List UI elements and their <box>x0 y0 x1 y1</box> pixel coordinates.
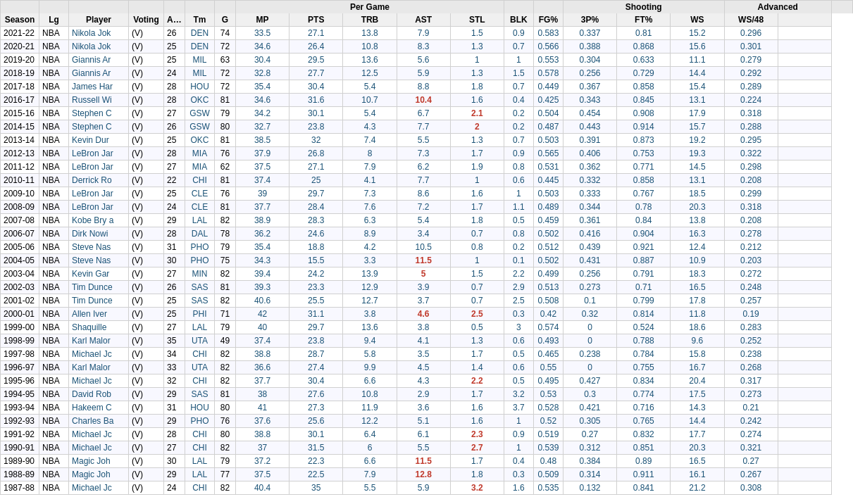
table-cell: 0.493 <box>533 334 563 348</box>
table-cell: 13.1 <box>671 94 724 107</box>
table-body: 2021-22NBANikola Jok(V)26DEN7433.527.113… <box>1 27 853 495</box>
table-cell: 1989-90 <box>1 455 39 468</box>
table-cell: 1 <box>504 187 533 201</box>
table-row: 2020-21NBANikola Jok(V)25DEN7234.626.410… <box>1 40 853 53</box>
table-cell: 13.1 <box>671 174 724 187</box>
table-cell: 0.53 <box>533 388 563 401</box>
table-cell: 9.4 <box>343 334 397 348</box>
table-cell: 29 <box>164 214 185 227</box>
table-row: 2012-13NBALeBron Jar(V)28MIA7637.926.887… <box>1 147 853 160</box>
table-cell: 0.465 <box>533 348 563 361</box>
table-cell: (V) <box>129 147 164 160</box>
table-cell: 76 <box>215 415 236 428</box>
table-cell <box>778 107 831 120</box>
table-cell: 0.252 <box>724 334 778 348</box>
table-cell: 16.3 <box>671 227 724 241</box>
table-row: 1998-99NBAKarl Malor(V)35UTA4937.423.89.… <box>1 334 853 348</box>
table-cell <box>778 267 831 281</box>
table-cell: 14.4 <box>671 67 724 80</box>
table-cell: 1 <box>450 53 504 67</box>
table-cell: Stephen C <box>69 120 129 134</box>
table-cell: 0.288 <box>724 120 778 134</box>
group-header-row: Per Game Shooting Advanced <box>1 1 853 14</box>
table-cell: 12.8 <box>397 468 450 481</box>
table-cell: 0.7 <box>504 80 533 94</box>
table-cell: 82 <box>215 374 236 388</box>
table-row: 1997-98NBAMichael Jc(V)34CHI8238.828.75.… <box>1 348 853 361</box>
table-cell <box>778 374 831 388</box>
table-cell: 0.256 <box>563 67 616 80</box>
table-cell: 23.8 <box>289 334 343 348</box>
table-cell: 71 <box>215 308 236 321</box>
table-cell: 2019-20 <box>1 53 39 67</box>
table-cell: 1.3 <box>450 67 504 80</box>
table-cell: 39 <box>236 187 289 201</box>
table-cell: 0.257 <box>724 294 778 308</box>
table-cell: 6.2 <box>397 160 450 174</box>
table-cell: 2003-04 <box>1 267 39 281</box>
table-cell: 0.308 <box>724 481 778 495</box>
table-cell: Nikola Jok <box>69 27 129 40</box>
table-cell: 0.322 <box>724 147 778 160</box>
table-cell: 27 <box>164 160 185 174</box>
table-cell: 10.8 <box>343 388 397 401</box>
table-cell: 18.8 <box>289 241 343 254</box>
table-cell: 2017-18 <box>1 80 39 94</box>
table-cell: 6.7 <box>397 107 450 120</box>
col-b-header <box>39 1 69 14</box>
table-row: 2007-08NBAKobe Bry a(V)29LAL8238.928.36.… <box>1 214 853 227</box>
table-cell: 0.1 <box>504 254 533 267</box>
table-cell: 8.6 <box>397 187 450 201</box>
table-cell: 0.755 <box>617 361 671 374</box>
table-cell: Magic Joh <box>69 468 129 481</box>
table-cell: Michael Jc <box>69 481 129 495</box>
table-cell: 0.42 <box>533 308 563 321</box>
table-cell: 31 <box>164 241 185 254</box>
table-cell: 35.4 <box>236 80 289 94</box>
table-cell: (V) <box>129 468 164 481</box>
table-cell: 5.8 <box>343 348 397 361</box>
table-cell: 3.3 <box>343 254 397 267</box>
table-cell: 2014-15 <box>1 120 39 134</box>
table-row: 2014-15NBAStephen C(V)26GSW8032.723.84.3… <box>1 120 853 134</box>
table-cell: NBA <box>39 201 69 214</box>
table-cell: 7.9 <box>397 27 450 40</box>
table-cell: 0.858 <box>617 174 671 187</box>
table-cell: 4.3 <box>343 120 397 134</box>
table-cell: Michael Jc <box>69 441 129 455</box>
table-cell <box>778 94 831 107</box>
table-cell: 0.318 <box>724 107 778 120</box>
table-cell: 0.343 <box>563 94 616 107</box>
table-cell: 80 <box>215 120 236 134</box>
table-cell: 30.4 <box>236 53 289 67</box>
table-cell <box>778 187 831 201</box>
table-cell: 14.5 <box>671 160 724 174</box>
table-cell: 82 <box>215 348 236 361</box>
table-cell: 0.7 <box>504 134 533 147</box>
table-cell: 1.7 <box>450 455 504 468</box>
table-cell: 77 <box>215 468 236 481</box>
trb-header: TRB <box>343 13 397 27</box>
table-cell: 63 <box>215 53 236 67</box>
table-cell: 10.8 <box>343 40 397 53</box>
table-cell <box>778 201 831 214</box>
table-cell: 5.9 <box>397 67 450 80</box>
table-cell: 24 <box>164 67 185 80</box>
table-cell: 0.4 <box>504 94 533 107</box>
table-cell: 0.132 <box>563 481 616 495</box>
table-cell: NBA <box>39 361 69 374</box>
table-cell: 0.427 <box>563 374 616 388</box>
table-cell <box>778 294 831 308</box>
table-cell: 1.3 <box>450 334 504 348</box>
table-cell: 18.6 <box>671 321 724 334</box>
table-cell: 1.7 <box>450 388 504 401</box>
col-c-header <box>69 1 129 14</box>
table-cell: 81 <box>215 388 236 401</box>
table-cell: (V) <box>129 160 164 174</box>
table-cell: DEN <box>185 40 215 53</box>
table-cell: (V) <box>129 267 164 281</box>
table-row: 2002-03NBATim Dunce(V)26SAS8139.323.312.… <box>1 281 853 294</box>
table-cell: 26.4 <box>289 40 343 53</box>
table-cell <box>778 147 831 160</box>
table-cell <box>778 281 831 294</box>
